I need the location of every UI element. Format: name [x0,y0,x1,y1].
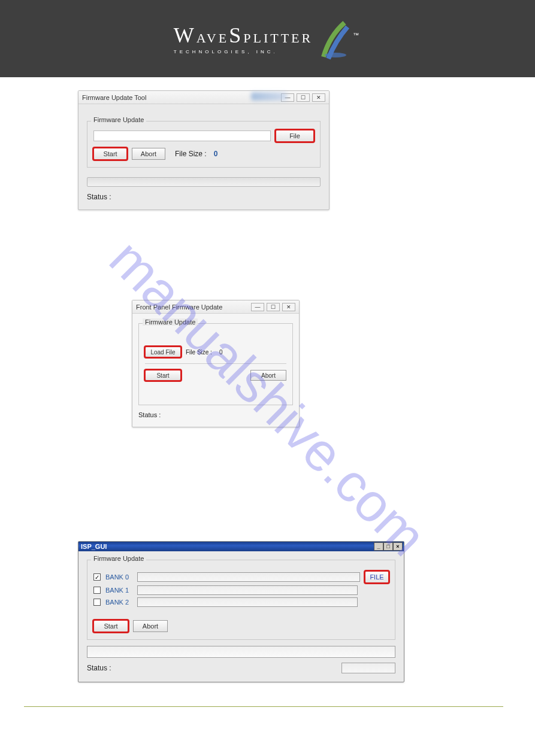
status-value-box [341,663,395,673]
firmware-filepath-input[interactable] [93,130,271,141]
dialog2-titlebar: Front Panel Firmware Update — ☐ ✕ [132,300,299,314]
dialog3-group-label: Firmware Update [91,555,146,562]
dialog2-title: Front Panel Firmware Update [136,303,222,311]
page-body: manualshive.com Firmware Update Tool — ☐… [0,77,535,725]
bank1-checkbox[interactable] [93,587,101,594]
progress-bar [87,646,395,658]
brand-wordmark: WAVESPLITTER [174,23,313,48]
start-button[interactable]: Start [93,148,127,160]
filesize-value: 0 [214,150,218,158]
abort-button[interactable]: Abort [250,370,286,381]
firmware-update-tool-dialog: Firmware Update Tool — ☐ ✕ Firmware Upda… [78,90,330,210]
filesize-value: 0 [219,349,223,356]
maximize-button[interactable]: □ [383,542,393,551]
isp-gui-dialog: ISP_GUI _ □ × Firmware Update ✓ BANK 0 F… [78,541,404,682]
start-button[interactable]: Start [145,370,181,381]
start-button[interactable]: Start [93,620,128,632]
bank2-checkbox[interactable] [93,599,101,606]
file-button[interactable]: FILE [365,571,389,583]
bank0-checkbox[interactable]: ✓ [93,573,101,581]
minimize-button[interactable]: — [251,303,264,311]
trademark-symbol: ™ [353,32,359,38]
brand-logo: WAVESPLITTER TECHNOLOGIES, INC. ™ [174,18,361,60]
bank2-path-input[interactable] [137,597,358,607]
dialog2-group-label: Firmware Update [143,318,198,326]
bank0-label: BANK 0 [105,573,132,581]
progress-bar [87,177,321,187]
titlebar-blur-decoration [251,92,287,101]
dialog1-title: Firmware Update Tool [82,94,146,101]
abort-button[interactable]: Abort [132,148,165,160]
maximize-button[interactable]: ☐ [267,303,280,311]
bank0-path-input[interactable] [137,572,360,582]
bank1-path-input[interactable] [137,585,358,595]
front-panel-firmware-update-dialog: Front Panel Firmware Update — ☐ ✕ Firmwa… [132,300,300,427]
brand-subtitle: TECHNOLOGIES, INC. [174,49,313,54]
filesize-label: File Size : [186,349,212,356]
dialog1-group-label: Firmware Update [91,116,146,123]
status-label: Status : [87,193,321,201]
header-banner: WAVESPLITTER TECHNOLOGIES, INC. ™ [0,0,535,77]
status-label: Status : [87,664,111,672]
filesize-label: File Size : [175,150,207,158]
status-label: Status : [138,411,293,418]
load-file-button[interactable]: Load File [145,347,181,357]
dialog3-titlebar: ISP_GUI _ □ × [78,542,404,551]
dialog3-title: ISP_GUI [81,543,107,550]
brand-swoosh-icon [318,18,350,60]
close-button[interactable]: ✕ [312,93,325,102]
abort-button[interactable]: Abort [133,620,168,632]
file-button[interactable]: File [276,130,314,142]
minimize-button[interactable]: _ [374,542,383,551]
svg-point-0 [325,53,346,57]
bank1-label: BANK 1 [105,587,132,594]
close-button[interactable]: ✕ [282,303,295,311]
close-button[interactable]: × [393,542,403,551]
footer-divider [24,706,503,707]
bank2-label: BANK 2 [105,599,132,606]
maximize-button[interactable]: ☐ [297,93,310,102]
dialog1-titlebar: Firmware Update Tool — ☐ ✕ [78,91,329,104]
